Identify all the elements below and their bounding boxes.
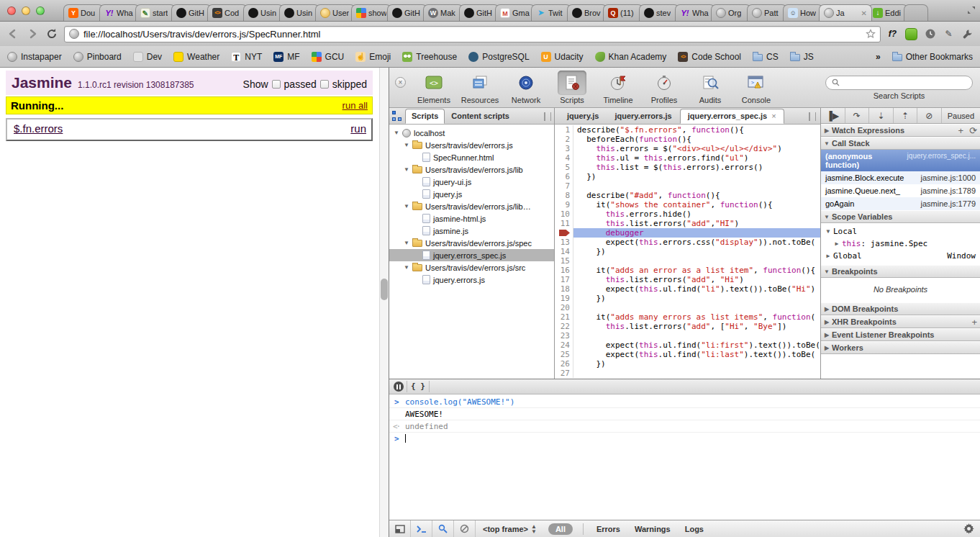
navigator-tab-scripts[interactable]: Scripts [405, 109, 445, 124]
code-line[interactable]: 15 [555, 256, 820, 266]
filter-all-pill[interactable]: All [548, 523, 573, 535]
passed-checkbox[interactable] [272, 80, 281, 89]
add-xhr-breakpoint-button[interactable]: + [971, 317, 977, 328]
browser-tab[interactable]: WMak [423, 4, 463, 21]
tree-item[interactable]: SpecRunner.html [389, 151, 554, 163]
editor-tab[interactable]: jquery.errors.js [607, 109, 679, 124]
filter-warnings[interactable]: Warnings [627, 525, 678, 533]
tree-item[interactable]: jquery-ui.js [389, 176, 554, 188]
resume-button[interactable]: ▐▶ [821, 108, 845, 123]
panel-button-resources[interactable]: Resources [458, 71, 502, 104]
bookmarks-overflow-chevron[interactable]: » [876, 52, 881, 62]
workers-header[interactable]: ▶Workers [821, 341, 980, 354]
suite-link[interactable]: $.fn.errors [14, 122, 63, 135]
pause-icon[interactable] [394, 382, 404, 392]
line-number-gutter[interactable]: 16 [555, 266, 573, 275]
line-number-gutter[interactable]: 5 [555, 163, 573, 172]
navigator-resize-grip[interactable] [544, 112, 551, 121]
code-line[interactable]: debugger [555, 228, 820, 238]
disclosure-triangle-icon[interactable]: ▼ [394, 130, 399, 136]
bookmark-item[interactable]: ☝Emoji [355, 52, 391, 62]
code-line[interactable]: 21 it("adds many errors as list items", … [555, 312, 820, 322]
zoom-window-button[interactable] [36, 6, 45, 15]
tree-item[interactable]: jquery.errors_spec.js [389, 249, 554, 261]
line-number-gutter[interactable]: 14 [555, 247, 573, 256]
other-bookmarks-folder[interactable]: Other Bookmarks [892, 52, 973, 62]
editor-resize-grip[interactable] [809, 112, 816, 121]
line-number-gutter[interactable]: 7 [555, 181, 573, 191]
line-number-gutter[interactable]: 3 [555, 144, 573, 153]
line-number-gutter[interactable]: 23 [555, 331, 573, 340]
code-line[interactable]: 25 expect(this.ul.find("li:last").text()… [555, 350, 820, 359]
pen-extension-icon[interactable]: ✎ [942, 27, 956, 41]
call-stack-frame[interactable]: (anonymous function)jquery.errors_spec.j… [821, 150, 980, 171]
tree-item[interactable]: ▼localhost [389, 127, 554, 139]
feedly-extension-icon[interactable] [904, 27, 918, 41]
url-text[interactable]: file://localhost/Users/travis/dev/errors… [83, 29, 859, 40]
step-over-button[interactable]: ↷ [845, 108, 870, 123]
dock-side-button[interactable] [389, 520, 411, 537]
navigator-tab-content-scripts[interactable]: Content scripts [445, 109, 516, 124]
run-suite-link[interactable]: run [350, 122, 366, 135]
tree-item[interactable]: jasmine.js [389, 225, 554, 237]
filter-errors[interactable]: Errors [589, 525, 627, 533]
tab-close-icon[interactable]: ✕ [861, 9, 867, 17]
tree-item[interactable]: jquery.errors.js [389, 274, 554, 286]
browser-tab[interactable]: Brov [567, 4, 607, 21]
scope-local-row[interactable]: ▼ Local [821, 225, 980, 238]
browser-tab[interactable]: GitH [387, 4, 427, 21]
panel-button-profiles[interactable]: Profiles [642, 71, 686, 104]
browser-tab[interactable]: Org [711, 4, 751, 21]
code-line[interactable]: 2 beforeEach(function(){ [555, 135, 820, 144]
line-number-gutter[interactable]: 18 [555, 284, 573, 294]
pretty-print-button[interactable]: { } [407, 381, 430, 392]
browser-tab[interactable]: Y!Wha [99, 4, 140, 21]
search-button[interactable] [432, 520, 454, 537]
line-number-gutter[interactable]: 2 [555, 135, 573, 144]
browser-tab[interactable]: ☺How [783, 4, 823, 21]
bookmark-star-icon[interactable] [863, 27, 877, 41]
browser-tab[interactable]: show [351, 4, 391, 21]
event-listener-breakpoints-header[interactable]: ▶Event Listener Breakpoints [821, 328, 980, 341]
panel-button-elements[interactable]: <>Elements [412, 71, 456, 104]
bookmark-item[interactable]: Dev [133, 52, 162, 62]
bookmark-item[interactable]: Khan Academy [595, 52, 667, 62]
xhr-breakpoints-header[interactable]: ▶XHR Breakpoints+ [821, 315, 980, 328]
code-line[interactable]: 13 expect(this.errors.css("display")).no… [555, 238, 820, 247]
code-line[interactable]: 4 this.ul = this.errors.find("ul") [555, 153, 820, 163]
panel-button-console[interactable]: >_!Console [734, 71, 779, 104]
call-stack-frame[interactable]: jasmine.Block.executejasmine.js:1000 [821, 171, 980, 184]
code-line[interactable]: 18 expect(this.ul.find("li").text()).toB… [555, 284, 820, 294]
code-line[interactable]: 7 [555, 181, 820, 191]
bookmark-item[interactable]: Pinboard [73, 52, 122, 62]
call-stack-frame[interactable]: goAgainjasmine.js:1779 [821, 197, 980, 210]
deactivate-breakpoints-button[interactable]: ⊘ [917, 108, 942, 123]
line-number-gutter[interactable]: 17 [555, 275, 573, 284]
line-number-gutter[interactable]: 8 [555, 191, 573, 200]
breakpoints-header[interactable]: ▼ Breakpoints [821, 265, 980, 278]
browser-tab[interactable]: Y!Wha [675, 4, 715, 21]
scope-this-row[interactable]: ▶ this: jasmine.Spec [821, 238, 980, 250]
skipped-checkbox[interactable] [320, 80, 329, 89]
line-number-gutter[interactable]: 11 [555, 219, 573, 228]
tree-item[interactable]: ▼Users/travis/dev/errors.js/src [389, 261, 554, 274]
disclosure-triangle-icon[interactable]: ▼ [404, 166, 409, 173]
panel-button-scripts[interactable]: Scripts [550, 71, 594, 104]
scope-global-row[interactable]: ▶ Global Window [821, 250, 980, 262]
line-number-gutter[interactable]: 13 [555, 238, 573, 247]
forward-button[interactable] [25, 27, 40, 41]
console-prompt[interactable] [389, 433, 980, 445]
breakpoint-arrow-icon[interactable] [559, 230, 570, 236]
navigator-tree-icon[interactable] [392, 111, 402, 121]
minimize-window-button[interactable] [22, 6, 30, 15]
code-line[interactable]: 26 }) [555, 359, 820, 369]
tab-close-icon[interactable]: × [771, 112, 776, 120]
panel-button-audits[interactable]: Audits [688, 71, 732, 104]
call-stack-header[interactable]: ▼ Call Stack [821, 137, 980, 150]
tree-item[interactable]: ▼Users/travis/dev/errors.js [389, 139, 554, 151]
disclosure-triangle-icon[interactable]: ▼ [404, 142, 409, 148]
step-out-button[interactable]: ⇡ [894, 108, 918, 123]
browser-tab[interactable]: MGma [495, 4, 535, 21]
code-line[interactable]: 22 this.list.errors("add", ["Hi", "Bye"]… [555, 322, 820, 331]
code-line[interactable]: 19 }) [555, 294, 820, 303]
